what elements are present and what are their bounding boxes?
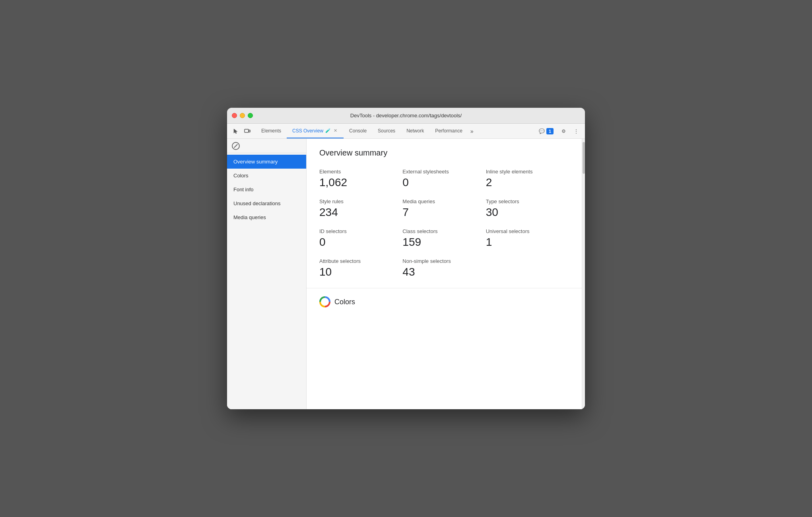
tab-console[interactable]: Console (344, 124, 372, 138)
toolbar-icon-group (230, 124, 253, 138)
sidebar-header (227, 139, 306, 153)
stats-grid: Elements 1,062 External stylesheets 0 In… (319, 169, 569, 278)
more-tabs-icon: » (470, 128, 474, 134)
stat-id-selectors-label: ID selectors (319, 228, 402, 234)
sidebar: Overview summary Colors Font info Unused… (227, 139, 307, 409)
block-icon (232, 142, 240, 150)
stat-style-rules-label: Style rules (319, 198, 402, 204)
sidebar-item-unused-declarations-label: Unused declarations (233, 200, 281, 206)
traffic-lights (232, 113, 253, 118)
toolbar-right: 💬 1 ⚙ ⋮ (536, 124, 582, 138)
overview-section-title: Overview summary (319, 148, 569, 157)
stat-id-selectors-value: 0 (319, 236, 402, 249)
colors-section: Colors (307, 288, 582, 315)
stat-inline-style-elements: Inline style elements 2 (486, 169, 569, 189)
stat-universal-selectors: Universal selectors 1 (486, 228, 569, 249)
experiment-icon: 🧪 (325, 128, 331, 133)
stat-elements-value: 1,062 (319, 176, 402, 189)
tab-performance[interactable]: Performance (429, 124, 468, 138)
tab-sources-label: Sources (378, 128, 395, 134)
stat-universal-selectors-value: 1 (486, 236, 569, 249)
stat-non-simple-selectors-value: 43 (402, 266, 486, 278)
stat-external-stylesheets-label: External stylesheets (402, 169, 486, 175)
colors-header: Colors (319, 296, 569, 307)
svg-rect-0 (245, 129, 249, 132)
stat-style-rules: Style rules 234 (319, 198, 402, 219)
devtools-window: DevTools - developer.chrome.com/tags/dev… (227, 108, 585, 409)
tab-console-label: Console (349, 128, 367, 134)
stat-media-queries-label: Media queries (402, 198, 486, 204)
notification-button[interactable]: 💬 1 (536, 126, 557, 136)
maximize-button[interactable] (248, 113, 253, 118)
tab-css-overview[interactable]: CSS Overview 🧪 ✕ (287, 124, 344, 138)
sidebar-item-colors[interactable]: Colors (227, 169, 306, 183)
stat-universal-selectors-label: Universal selectors (486, 228, 569, 234)
window-title: DevTools - developer.chrome.com/tags/dev… (350, 113, 462, 119)
tab-elements-label: Elements (261, 128, 281, 134)
stat-external-stylesheets-value: 0 (402, 176, 486, 189)
stat-media-queries-value: 7 (402, 206, 486, 219)
stat-class-selectors-label: Class selectors (402, 228, 486, 234)
devtools-body: Overview summary Colors Font info Unused… (227, 139, 585, 409)
tab-elements[interactable]: Elements (256, 124, 287, 138)
stat-inline-style-elements-value: 2 (486, 176, 569, 189)
stat-class-selectors: Class selectors 159 (402, 228, 486, 249)
stat-type-selectors-value: 30 (486, 206, 569, 219)
more-options-button[interactable]: ⋮ (571, 127, 582, 136)
stat-non-simple-selectors: Non-simple selectors 43 (402, 258, 486, 278)
stat-type-selectors-label: Type selectors (486, 198, 569, 204)
stat-id-selectors: ID selectors 0 (319, 228, 402, 249)
tab-network-label: Network (406, 128, 424, 134)
sidebar-item-media-queries[interactable]: Media queries (227, 210, 306, 224)
tab-sources[interactable]: Sources (372, 124, 401, 138)
close-button[interactable] (232, 113, 237, 118)
toolbar: Elements CSS Overview 🧪 ✕ Console Source… (227, 124, 585, 139)
main-content[interactable]: Overview summary Elements 1,062 External… (307, 139, 582, 409)
stat-style-rules-value: 234 (319, 206, 402, 219)
tab-performance-label: Performance (435, 128, 462, 134)
sidebar-item-overview-summary-label: Overview summary (233, 159, 278, 165)
stat-attribute-selectors: Attribute selectors 10 (319, 258, 402, 278)
tab-bar: Elements CSS Overview 🧪 ✕ Console Source… (256, 124, 536, 138)
settings-button[interactable]: ⚙ (558, 127, 569, 136)
gear-icon: ⚙ (561, 128, 566, 134)
stat-inline-style-elements-label: Inline style elements (486, 169, 569, 175)
svg-rect-1 (249, 130, 250, 132)
cursor-icon[interactable] (230, 126, 241, 136)
scrollbar-thumb[interactable] (583, 142, 585, 174)
stat-attribute-selectors-label: Attribute selectors (319, 258, 402, 264)
color-wheel-icon (319, 296, 330, 307)
tab-network[interactable]: Network (401, 124, 429, 138)
stat-media-queries: Media queries 7 (402, 198, 486, 219)
sidebar-item-colors-label: Colors (233, 173, 249, 179)
stat-type-selectors: Type selectors 30 (486, 198, 569, 219)
tab-close-icon[interactable]: ✕ (333, 127, 338, 134)
sidebar-item-unused-declarations[interactable]: Unused declarations (227, 196, 306, 210)
sidebar-item-font-info-label: Font info (233, 187, 254, 192)
stat-non-simple-selectors-label: Non-simple selectors (402, 258, 486, 264)
minimize-button[interactable] (240, 113, 245, 118)
scrollbar[interactable] (582, 139, 585, 409)
colors-section-title: Colors (334, 298, 355, 306)
stat-elements: Elements 1,062 (319, 169, 402, 189)
sidebar-item-font-info[interactable]: Font info (227, 183, 306, 196)
stat-elements-label: Elements (319, 169, 402, 175)
kebab-menu-icon: ⋮ (574, 128, 579, 134)
notification-badge: 1 (546, 128, 554, 134)
stat-attribute-selectors-value: 10 (319, 266, 402, 278)
tab-css-overview-label: CSS Overview (292, 128, 323, 134)
stat-external-stylesheets: External stylesheets 0 (402, 169, 486, 189)
titlebar: DevTools - developer.chrome.com/tags/dev… (227, 108, 585, 124)
chat-icon: 💬 (539, 128, 545, 134)
device-toggle-icon[interactable] (242, 126, 253, 136)
sidebar-item-overview-summary[interactable]: Overview summary (227, 155, 306, 169)
sidebar-nav: Overview summary Colors Font info Unused… (227, 153, 306, 226)
more-tabs-button[interactable]: » (468, 124, 476, 138)
stat-class-selectors-value: 159 (402, 236, 486, 249)
overview-section: Overview summary Elements 1,062 External… (307, 139, 582, 288)
sidebar-item-media-queries-label: Media queries (233, 214, 266, 220)
